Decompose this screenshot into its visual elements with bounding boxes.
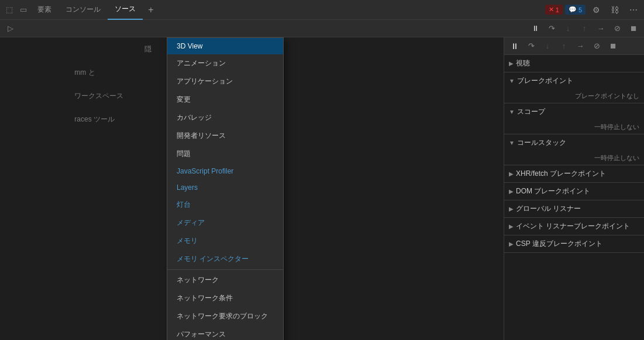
section-event: ▶ イベント リスナーブレークポイント (504, 218, 644, 235)
menu-item-devresources[interactable]: 開発者リソース (167, 127, 283, 145)
arrow-breakpoints: ▼ (509, 78, 515, 84)
section-xhr-header[interactable]: ▶ XHR/fetch ブレークポイント (504, 165, 644, 182)
step-into-right-icon[interactable]: ↓ (540, 39, 555, 53)
step-right-icon[interactable]: → (573, 39, 587, 53)
section-event-header[interactable]: ▶ イベント リスナーブレークポイント (504, 218, 644, 235)
right-panel: ⏸ ↷ ↓ ↑ → ⊘ ⏹ ▶ 視聴 ▼ ブレークポイント ブレークポイントなし (504, 37, 644, 340)
stop-right-icon[interactable]: ⏹ (606, 39, 620, 53)
step-into-icon[interactable]: ↓ (561, 22, 575, 36)
menu-separator (167, 269, 283, 270)
settings-icon[interactable]: ⚙ (588, 2, 604, 18)
menu-item-media[interactable]: メディア (167, 214, 283, 232)
section-global-header[interactable]: ▶ グローバル リスナー (504, 200, 644, 217)
warning-icon: 💬 (569, 6, 577, 13)
menu-item-network-block[interactable]: ネットワーク要求のブロック (167, 307, 283, 325)
tab-sources[interactable]: ソース (108, 0, 143, 20)
toolbar-right: ✕ 1 💬 5 ⚙ ⛓ ⋯ (545, 2, 642, 18)
callstack-content: 一時停止しない (504, 151, 644, 165)
menu-item-layers[interactable]: Layers (167, 179, 283, 196)
section-csp-header[interactable]: ▶ CSP 違反ブレークポイント (504, 235, 644, 252)
menu-item-network-conditions[interactable]: ネットワーク条件 (167, 289, 283, 307)
section-csp: ▶ CSP 違反ブレークポイント (504, 235, 644, 253)
arrow-csp: ▶ (509, 241, 514, 247)
error-badge[interactable]: ✕ 1 (545, 5, 563, 15)
menu-item-lighthouse[interactable]: 灯台 (167, 196, 283, 214)
section-watch: ▶ 視聴 (504, 55, 644, 72)
scope-content: 一時停止しない (504, 120, 644, 134)
arrow-dom: ▶ (509, 188, 514, 195)
dropdown-menu: 3D View アニメーション アプリケーション 変更 カバレッジ 開発者リソー… (167, 37, 284, 340)
arrow-scope: ▼ (509, 109, 515, 115)
arrow-xhr: ▶ (509, 171, 514, 177)
play-icon[interactable]: ▷ (4, 22, 18, 36)
main-area: 隠 mm と ワークスペース races ツール 3D View アニメーション… (0, 37, 644, 340)
menu-item-performance[interactable]: パフォーマンス (167, 325, 283, 340)
section-xhr: ▶ XHR/fetch ブレークポイント (504, 165, 644, 183)
error-icon: ✕ (549, 6, 554, 13)
menu-item-js-profiler[interactable]: JavaScript Profiler (167, 163, 283, 179)
tab-bar: ⬚ ▭ 要素 コンソール ソース + (2, 0, 545, 20)
arrow-global: ▶ (509, 206, 514, 212)
menu-item-3d-view[interactable]: 3D View (167, 38, 283, 54)
menu-item-issues[interactable]: 問題 (167, 145, 283, 163)
breakpoints-content: ブレークポイントなし (504, 89, 644, 103)
step-over-right-icon[interactable]: ↷ (524, 39, 538, 53)
device-icon[interactable]: ▭ (16, 3, 30, 17)
section-callstack: ▼ コールスタック 一時停止しない (504, 134, 644, 165)
menu-item-coverage[interactable]: カバレッジ (167, 109, 283, 127)
section-global: ▶ グローバル リスナー (504, 200, 644, 218)
section-dom: ▶ DOM ブレークポイント (504, 183, 644, 200)
section-breakpoints-header[interactable]: ▼ ブレークポイント (504, 72, 644, 89)
stop-icon[interactable]: ⏹ (626, 22, 640, 36)
tab-elements[interactable]: 要素 (30, 0, 58, 20)
section-scope-header[interactable]: ▼ スコープ (504, 103, 644, 120)
pause-debugger-icon[interactable]: ⏸ (508, 39, 522, 53)
arrow-callstack: ▼ (509, 140, 515, 146)
step-out-icon[interactable]: ↑ (577, 22, 591, 36)
customize-icon[interactable]: ⛓ (607, 2, 623, 18)
deactivate-icon[interactable]: ⊘ (610, 22, 624, 36)
menu-item-application[interactable]: アプリケーション (167, 72, 283, 91)
warning-count: 5 (578, 6, 582, 13)
section-scope: ▼ スコープ 一時停止しない (504, 103, 644, 134)
inspect-icon[interactable]: ⬚ (2, 3, 16, 17)
section-callstack-header[interactable]: ▼ コールスタック (504, 134, 644, 151)
secondary-toolbar: ▷ ⏸ ↷ ↓ ↑ → ⊘ ⏹ (0, 20, 644, 37)
section-watch-header[interactable]: ▶ 視聴 (504, 55, 644, 72)
menu-item-memory-inspector[interactable]: メモリ インスペクター (167, 250, 283, 268)
error-count: 1 (556, 6, 559, 13)
menu-item-network[interactable]: ネットワーク (167, 271, 283, 289)
right-toolbar: ⏸ ↷ ↓ ↑ → ⊘ ⏹ (504, 37, 644, 55)
deactivate-right-icon[interactable]: ⊘ (590, 39, 604, 53)
warning-badge[interactable]: 💬 5 (565, 5, 586, 15)
step-out-right-icon[interactable]: ↑ (557, 39, 571, 53)
arrow-event: ▶ (509, 223, 514, 230)
step-icon[interactable]: → (594, 22, 608, 36)
menu-item-animation[interactable]: アニメーション (167, 54, 283, 72)
arrow-watch: ▶ (509, 60, 514, 67)
left-panel: 隠 mm と ワークスペース races ツール 3D View アニメーション… (0, 37, 504, 340)
top-toolbar: ⬚ ▭ 要素 コンソール ソース + ✕ 1 💬 5 ⚙ ⛓ ⋯ (0, 0, 644, 20)
menu-item-memory[interactable]: メモリ (167, 232, 283, 250)
section-breakpoints: ▼ ブレークポイント ブレークポイントなし (504, 72, 644, 103)
menu-item-changes[interactable]: 変更 (167, 91, 283, 109)
section-dom-header[interactable]: ▶ DOM ブレークポイント (504, 183, 644, 200)
more-icon[interactable]: ⋯ (625, 2, 642, 18)
pause-icon[interactable]: ⏸ (528, 22, 542, 36)
step-over-icon[interactable]: ↷ (545, 22, 559, 36)
tab-console[interactable]: コンソール (58, 0, 108, 20)
add-tab-button[interactable]: + (143, 2, 159, 18)
